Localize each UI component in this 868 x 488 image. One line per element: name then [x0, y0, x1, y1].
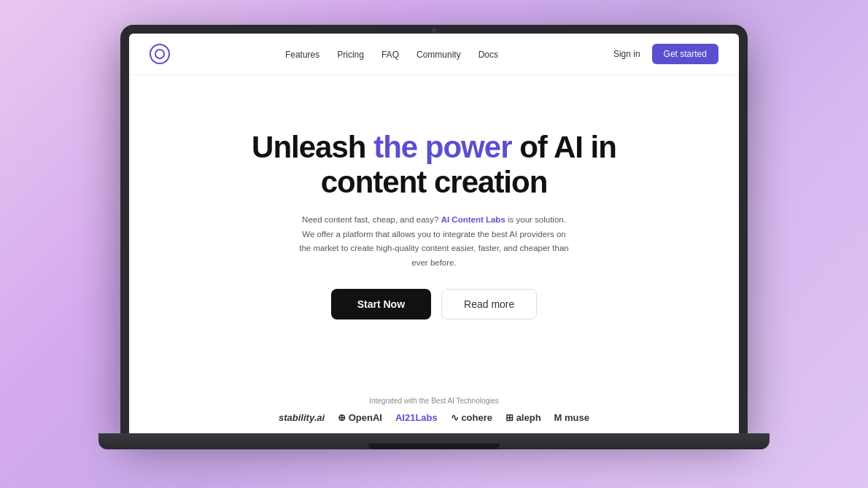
start-now-button[interactable]: Start Now: [331, 289, 431, 319]
hero-brand-link[interactable]: AI Content Labs: [441, 215, 505, 224]
nav-features[interactable]: Features: [285, 50, 319, 60]
integrations-logos: stability.ai ⊕ OpenAI AI21Labs ∿ cohere …: [150, 412, 718, 423]
hero-title-part1: Unleash: [252, 130, 373, 164]
logo-cohere: ∿ cohere: [451, 412, 492, 423]
nav-faq[interactable]: FAQ: [381, 50, 399, 60]
hero-title-line2: content creation: [321, 165, 548, 199]
logo-aleph: ⊞ aleph: [505, 412, 541, 423]
logo-muse: M muse: [554, 412, 589, 423]
nav-right: Sign in Get started: [613, 44, 718, 64]
hero-title-part2: of AI in: [512, 130, 616, 164]
sign-in-link[interactable]: Sign in: [613, 49, 640, 59]
laptop-screen: Features Pricing FAQ Community Docs Sign…: [129, 34, 739, 433]
logo-inner: [155, 49, 165, 59]
nav-community[interactable]: Community: [416, 50, 461, 60]
laptop-base: [98, 433, 770, 449]
logo: [150, 44, 170, 64]
camera-notch: [432, 28, 436, 33]
hero-buttons: Start Now Read more: [331, 289, 538, 319]
logo-stability: stability.ai: [279, 412, 325, 423]
hero-subtitle-intro: Need content fast, cheap, and easy?: [302, 215, 441, 224]
logo-ai21: AI21Labs: [395, 412, 438, 423]
laptop-shell: Features Pricing FAQ Community Docs Sign…: [120, 25, 748, 433]
integrations-section: Integrated with the Best AI Technologies…: [129, 397, 739, 433]
read-more-button[interactable]: Read more: [441, 289, 537, 319]
nav-pricing[interactable]: Pricing: [337, 50, 364, 60]
get-started-button[interactable]: Get started: [652, 44, 718, 64]
nav-docs[interactable]: Docs: [478, 50, 498, 60]
nav-links: Features Pricing FAQ Community Docs: [285, 47, 498, 61]
hero-title: Unleash the power of AI in content creat…: [252, 130, 616, 201]
navbar: Features Pricing FAQ Community Docs Sign…: [129, 34, 739, 75]
hero-subtitle: Need content fast, cheap, and easy? AI C…: [295, 213, 573, 270]
integrations-label: Integrated with the Best AI Technologies: [150, 397, 718, 405]
hero-section: Unleash the power of AI in content creat…: [129, 75, 739, 397]
hero-title-highlight: the power: [373, 130, 511, 164]
logo-openai: ⊕ OpenAI: [338, 412, 382, 423]
